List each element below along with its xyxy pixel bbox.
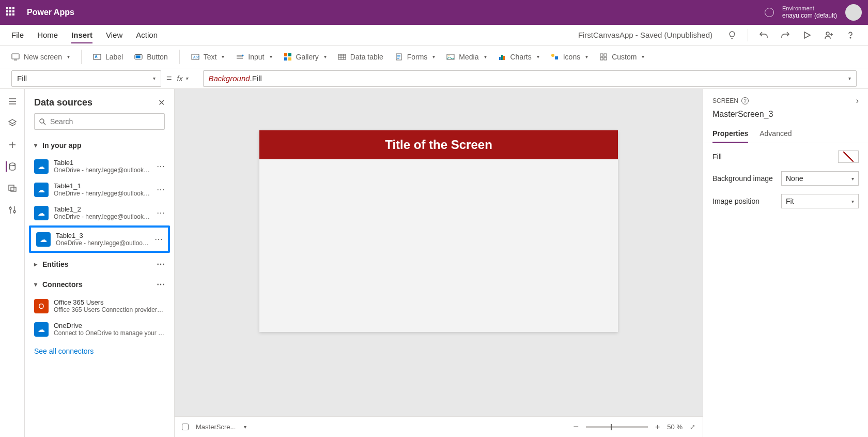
play-button[interactable] <box>801 29 813 41</box>
svg-rect-24 <box>600 57 603 60</box>
media-menu[interactable]: Media▾ <box>446 53 486 61</box>
onedrive-icon: ☁ <box>34 159 49 174</box>
data-sources-panel: Data sources ✕ ▾ In your app ☁ Table1One… <box>25 89 175 437</box>
screen-preview[interactable]: Title of the Screen <box>259 130 618 332</box>
chevron-down-icon[interactable]: ▾ <box>244 424 246 430</box>
svg-rect-23 <box>604 54 607 56</box>
gallery-menu[interactable]: Gallery▾ <box>284 53 327 61</box>
svg-rect-10 <box>288 53 291 56</box>
tree-view-icon[interactable] <box>7 96 18 107</box>
see-all-connectors-link[interactable]: See all connectors <box>25 341 174 361</box>
zoom-slider[interactable] <box>586 426 648 428</box>
section-connectors[interactable]: ▾ Connectors ⋯ <box>25 274 174 294</box>
close-panel-button[interactable]: ✕ <box>158 98 165 108</box>
data-source-item[interactable]: ☁ Table1OneDrive - henry.legge@outlook.c… <box>25 155 174 178</box>
fx-icon[interactable]: fx▾ <box>177 74 198 83</box>
svg-rect-9 <box>284 53 287 56</box>
layers-icon[interactable] <box>7 118 18 128</box>
shapes-icon <box>551 53 559 61</box>
chart-icon <box>498 53 506 61</box>
charts-menu[interactable]: Charts▾ <box>498 53 539 61</box>
svg-point-26 <box>9 163 15 165</box>
button-button[interactable]: Button <box>134 53 167 61</box>
fill-color-picker[interactable] <box>838 150 859 163</box>
search-box[interactable] <box>34 113 165 130</box>
search-input[interactable] <box>50 117 160 126</box>
bgimage-select[interactable]: None▾ <box>781 171 859 186</box>
new-screen-button[interactable]: New screen▾ <box>11 53 70 61</box>
more-button[interactable]: ⋯ <box>154 234 163 244</box>
forms-menu[interactable]: Forms▾ <box>395 53 436 61</box>
chevron-right-icon[interactable]: › <box>856 96 859 106</box>
panel-title: Data sources <box>34 97 92 108</box>
input-menu[interactable]: Input▾ <box>236 53 272 61</box>
insert-rail-icon[interactable] <box>7 140 18 150</box>
menu-home[interactable]: Home <box>37 26 58 43</box>
screen-label: SCREEN ? <box>712 97 749 104</box>
property-selector[interactable]: Fill▾ <box>11 70 161 87</box>
breadcrumb[interactable]: MasterScre... <box>196 423 236 431</box>
app-header: Power Apps Environment enayu.com (defaul… <box>0 0 868 25</box>
section-in-your-app[interactable]: ▾ In your app <box>25 136 174 155</box>
icons-menu[interactable]: Icons▾ <box>551 53 588 61</box>
data-source-item-selected[interactable]: ☁ Table1_3OneDrive - henry.legge@outlook… <box>29 225 170 253</box>
screen-title-bar[interactable]: Title of the Screen <box>259 130 618 159</box>
formula-bar: Fill▾ = fx▾ Background.Fill ▾ <box>0 68 868 89</box>
label-button[interactable]: Label <box>93 53 123 61</box>
app-title: Power Apps <box>27 8 74 17</box>
tab-advanced[interactable]: Advanced <box>760 125 792 143</box>
avatar[interactable] <box>845 4 862 21</box>
connector-item[interactable]: ☁ OneDriveConnect to OneDrive to manage … <box>25 318 174 341</box>
redo-button[interactable] <box>779 29 792 41</box>
help-button[interactable] <box>844 29 857 41</box>
waffle-icon[interactable] <box>6 7 17 18</box>
fit-button[interactable]: ⤢ <box>690 423 695 431</box>
more-button[interactable]: ⋯ <box>157 208 165 218</box>
canvas-status-bar: MasterScre... ▾ − + 50 % ⤢ <box>175 416 703 437</box>
undo-button[interactable] <box>757 29 770 41</box>
data-source-item[interactable]: ☁ Table1_2OneDrive - henry.legge@outlook… <box>25 201 174 224</box>
label-icon <box>93 53 101 61</box>
canvas-area: Title of the Screen MasterScre... ▾ − + … <box>175 89 703 437</box>
insert-ribbon: New screen▾ Label Button AbcText▾ Input▾… <box>0 46 868 68</box>
menu-insert[interactable]: Insert <box>71 26 92 43</box>
help-icon[interactable]: ? <box>741 97 749 104</box>
svg-rect-13 <box>338 54 346 59</box>
advanced-rail-icon[interactable] <box>7 205 18 215</box>
grid-icon <box>599 53 608 61</box>
chevron-down-icon: ▾ <box>34 142 37 149</box>
share-button[interactable] <box>823 29 835 41</box>
environment-picker[interactable]: Environment enayu.com (default) <box>782 5 837 20</box>
prop-imgpos-label: Image position <box>712 197 760 205</box>
formula-input[interactable]: Background.Fill ▾ <box>203 70 857 87</box>
menu-action[interactable]: Action <box>136 26 158 43</box>
data-source-item[interactable]: ☁ Table1_1OneDrive - henry.legge@outlook… <box>25 178 174 201</box>
zoom-out-button[interactable]: − <box>574 421 579 432</box>
onedrive-icon: ☁ <box>34 322 49 337</box>
chevron-down-icon: ▾ <box>34 281 37 288</box>
app-checker-icon[interactable] <box>726 29 738 41</box>
onedrive-icon: ☁ <box>34 206 49 220</box>
media-rail-icon[interactable] <box>7 183 18 193</box>
imgpos-select[interactable]: Fit▾ <box>781 194 859 208</box>
data-sources-icon[interactable] <box>6 161 16 172</box>
more-button[interactable]: ⋯ <box>157 161 165 171</box>
more-button[interactable]: ⋯ <box>157 259 165 269</box>
menu-file[interactable]: File <box>11 26 24 43</box>
table-icon <box>338 53 346 61</box>
svg-point-29 <box>9 207 11 209</box>
more-button[interactable]: ⋯ <box>157 279 165 289</box>
more-button[interactable]: ⋯ <box>157 185 165 194</box>
office365-icon: O <box>34 299 49 313</box>
custom-menu[interactable]: Custom▾ <box>599 53 644 61</box>
svg-point-16 <box>448 55 450 56</box>
datatable-button[interactable]: Data table <box>338 53 383 61</box>
menu-view[interactable]: View <box>106 26 122 43</box>
text-menu[interactable]: AbcText▾ <box>191 53 225 61</box>
tab-properties[interactable]: Properties <box>712 125 748 143</box>
chevron-right-icon: ▸ <box>34 261 37 268</box>
breadcrumb-checkbox[interactable] <box>182 424 189 430</box>
connector-item[interactable]: O Office 365 UsersOffice 365 Users Conne… <box>25 294 174 318</box>
zoom-in-button[interactable]: + <box>655 423 660 432</box>
section-entities[interactable]: ▸ Entities ⋯ <box>25 254 174 274</box>
